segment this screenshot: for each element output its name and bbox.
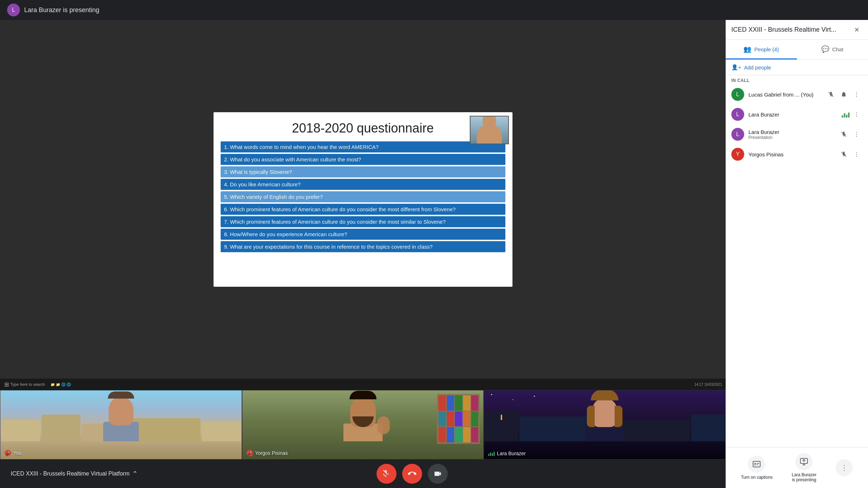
people-tab-label: People (4) bbox=[754, 46, 779, 52]
slide-question-2: 2. What do you associate with American c… bbox=[221, 154, 505, 165]
slide-question-1: 1. What words come to mind when you hear… bbox=[221, 141, 505, 152]
participant-info-lucas: Lucas Gabriel from ... (You) bbox=[748, 92, 821, 98]
meeting-title-bar: ICED XXIII - Brussels Realtime Virtual P… bbox=[11, 470, 138, 478]
add-people-icon: 👤+ bbox=[731, 64, 741, 71]
mute-participant-lara2[interactable] bbox=[838, 129, 849, 140]
more-participant-lara1[interactable]: ⋮ bbox=[851, 109, 862, 120]
participant-avatar-lucas: L bbox=[731, 88, 744, 101]
add-people-label: Add people bbox=[744, 64, 771, 71]
slide-question-5: 5. Which variety of English do you prefe… bbox=[221, 191, 505, 202]
slide-questions: 1. What words come to mind when you hear… bbox=[214, 141, 512, 252]
slide-question-6: 6. Which prominent features of American … bbox=[221, 204, 505, 215]
participant-avatar-lara1: L bbox=[731, 108, 744, 121]
mute-participant-yorgos[interactable] bbox=[838, 149, 849, 160]
more-options-button[interactable]: ⋮ bbox=[836, 459, 853, 476]
mute-indicator-yorgos: 🎤 bbox=[247, 450, 253, 456]
panel-tabs: 👥 People (4) 💬 Chat bbox=[726, 40, 868, 60]
add-people-button[interactable]: 👤+ Add people bbox=[726, 60, 868, 75]
svg-rect-5 bbox=[753, 461, 760, 467]
slide-title: 2018-2020 questionnaire bbox=[214, 112, 512, 141]
camera-button[interactable] bbox=[428, 464, 448, 484]
participant-actions-lara2: ⋮ bbox=[838, 129, 862, 140]
participant-info-yorgos: Yorgos Pisinas bbox=[748, 151, 834, 157]
panel-header: ICED XXIII - Brussels Realtime Virt... ✕ bbox=[726, 20, 868, 40]
participant-actions-lara1: ⋮ bbox=[842, 109, 862, 120]
participant-label-yorgos: 🎤 Yorgos Pisinas bbox=[247, 450, 288, 456]
participant-actions-lucas: ⋮ bbox=[825, 89, 862, 100]
captions-label: Turn on captions bbox=[741, 475, 773, 480]
end-call-button[interactable] bbox=[398, 460, 426, 488]
slide-question-4: 4. Do you like American culture? bbox=[221, 179, 505, 190]
captions-icon bbox=[748, 456, 765, 473]
presenter-avatar: L bbox=[7, 4, 20, 16]
participant-row-lara2: L Lara Burazer Presentation ⋮ bbox=[726, 124, 868, 144]
turn-on-captions-button[interactable]: Turn on captions bbox=[741, 456, 773, 480]
participant-name-lucas: Lucas Gabriel from ... (You) bbox=[748, 92, 821, 98]
chat-tab-icon: 💬 bbox=[821, 45, 829, 53]
speaking-bars-lara1 bbox=[842, 111, 849, 118]
bottom-bar: ICED XXIII - Brussels Realtime Virtual P… bbox=[0, 460, 726, 488]
meeting-title-expand[interactable]: ⌃ bbox=[132, 470, 138, 478]
presenter-text: Lara Burazer is presenting bbox=[24, 6, 99, 14]
participant-label-you: 🎤 You bbox=[5, 450, 22, 456]
participant-name-yorgos: Yorgos Pisinas bbox=[748, 151, 834, 157]
taskbar: ⊞ Type here to search 📁 📁 🌐 🌐 14:17 16/0… bbox=[0, 379, 726, 390]
participant-avatar-yorgos: Y bbox=[731, 148, 744, 161]
controls-center bbox=[377, 464, 448, 484]
participant-video-yorgos: 🎤 Yorgos Pisinas bbox=[242, 390, 484, 460]
more-participant-lucas[interactable]: ⋮ bbox=[851, 89, 862, 100]
participant-video-lara: Lara Burazer bbox=[484, 390, 726, 460]
presentation-slide: 2018-2020 questionnaire 1. What words co… bbox=[214, 112, 512, 287]
participant-sub-lara2: Presentation bbox=[748, 135, 834, 140]
presenting-icon bbox=[795, 453, 812, 470]
presenting-label: Lara Burazeris presenting bbox=[792, 472, 816, 482]
mute-button[interactable] bbox=[377, 464, 396, 484]
mute-participant-lucas[interactable] bbox=[825, 89, 837, 100]
more-options-icon: ⋮ bbox=[836, 459, 853, 476]
mute-indicator-you: 🎤 bbox=[5, 450, 11, 456]
participant-info-lara2: Lara Burazer Presentation bbox=[748, 129, 834, 140]
participant-name-lara2: Lara Burazer bbox=[748, 129, 834, 135]
close-panel-button[interactable]: ✕ bbox=[851, 24, 862, 36]
panel-bottom-actions: Turn on captions Lara Burazeris pr bbox=[726, 447, 868, 488]
in-call-label: IN CALL bbox=[726, 75, 868, 84]
tab-chat[interactable]: 💬 Chat bbox=[797, 40, 868, 59]
people-tab-icon: 👥 bbox=[743, 45, 751, 53]
chat-tab-label: Chat bbox=[832, 46, 843, 52]
presentation-area: 2018-2020 questionnaire 1. What words co… bbox=[0, 20, 726, 379]
participant-name-lara1: Lara Burazer bbox=[748, 111, 837, 118]
participant-row-lara1: L Lara Burazer ⋮ bbox=[726, 104, 868, 124]
participant-row-lucas: L Lucas Gabriel from ... (You) bbox=[726, 84, 868, 104]
presenter-bar: L Lara Burazer is presenting bbox=[0, 0, 868, 20]
right-panel: ICED XXIII - Brussels Realtime Virt... ✕… bbox=[726, 20, 868, 488]
tab-people[interactable]: 👥 People (4) bbox=[726, 40, 797, 59]
more-participant-lara2[interactable]: ⋮ bbox=[851, 129, 862, 140]
participant-label-lara: Lara Burazer bbox=[488, 451, 526, 456]
presenter-thumbnail bbox=[470, 116, 509, 144]
slide-question-3: 3. What is typically Slovene? bbox=[221, 166, 505, 177]
slide-question-9: 9. What are your expectations for this c… bbox=[221, 241, 505, 252]
participant-info-lara1: Lara Burazer bbox=[748, 111, 837, 118]
more-participant-yorgos[interactable]: ⋮ bbox=[851, 149, 862, 160]
svg-text:L: L bbox=[736, 91, 740, 97]
speaking-indicator-lara bbox=[488, 451, 495, 456]
slide-question-7: 7. Which prominent features of American … bbox=[221, 216, 505, 227]
panel-title: ICED XXIII - Brussels Realtime Virt... bbox=[731, 26, 836, 33]
participant-avatar-lara2: L bbox=[731, 128, 744, 141]
bell-participant-lucas[interactable] bbox=[838, 89, 849, 100]
participants-bar: ICED XXIII - Brussels Realtime Virtual P… bbox=[0, 390, 726, 460]
participant-video-you: ICED XXIII - Brussels Realtime Virtual P… bbox=[0, 390, 242, 460]
participant-row-yorgos: Y Yorgos Pisinas ⋮ bbox=[726, 144, 868, 164]
participant-actions-yorgos: ⋮ bbox=[838, 149, 862, 160]
slide-question-8: 8. How/Where do you experience American … bbox=[221, 229, 505, 240]
lara-presenting-button[interactable]: Lara Burazeris presenting bbox=[792, 453, 816, 482]
